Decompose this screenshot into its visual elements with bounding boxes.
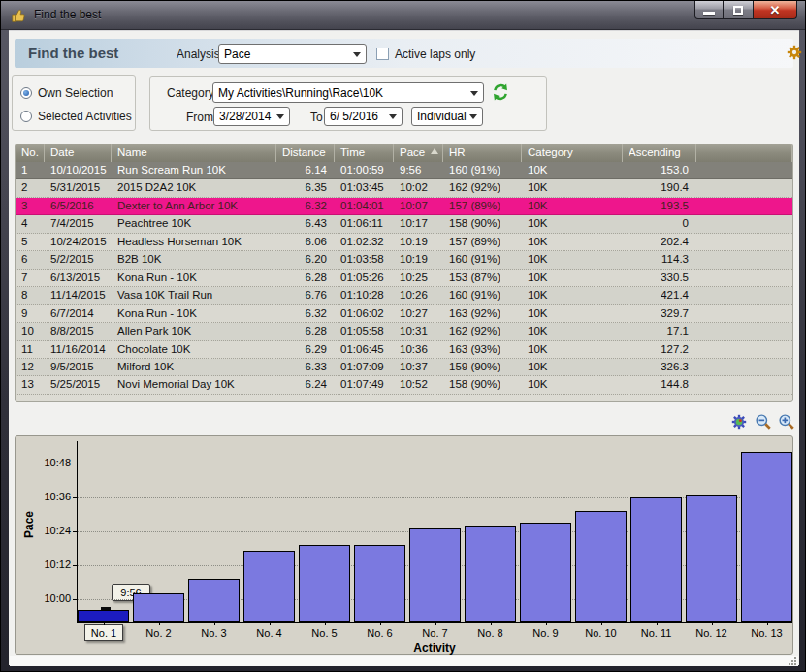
cell-hr: 162 (92%) xyxy=(443,323,522,339)
cell-pace: 10:19 xyxy=(394,251,443,268)
selected-activities-radio[interactable] xyxy=(20,111,32,122)
pace-bar[interactable] xyxy=(520,523,571,622)
y-tick-label: 10:48 xyxy=(30,457,71,468)
from-date-value: 3/28/2014 xyxy=(219,110,271,123)
cell-filler xyxy=(696,323,792,339)
column-header-category[interactable]: Category xyxy=(522,144,623,162)
cell-category: 10K xyxy=(522,234,623,250)
pace-bar[interactable] xyxy=(686,495,737,622)
column-header-no[interactable]: No. xyxy=(16,144,45,162)
x-tick-label: No. 6 xyxy=(352,627,407,639)
cell-name: Chocolate 10K xyxy=(112,341,276,358)
cell-ascending: 421.4 xyxy=(623,287,696,304)
table-row[interactable]: 25/31/20152015 D2A2 10K6.3501:03:4510:02… xyxy=(16,179,792,197)
cell-pace: 10:25 xyxy=(394,270,443,286)
cell-category: 10K xyxy=(522,179,623,196)
table-row[interactable]: 108/8/2015Allen Park 10K6.2801:05:5810:3… xyxy=(16,323,792,340)
analysis-select[interactable]: Pace xyxy=(218,44,367,64)
cell-filler xyxy=(696,305,792,322)
maximize-button[interactable] xyxy=(724,1,753,19)
x-tick-label: No. 10 xyxy=(573,627,629,639)
column-header-distance[interactable]: Distance xyxy=(276,144,335,162)
from-label: From xyxy=(186,111,213,124)
column-header-ascending[interactable]: Ascending xyxy=(623,144,696,162)
pace-bar[interactable] xyxy=(741,452,792,622)
settings-gear-icon[interactable] xyxy=(786,44,803,61)
cell-category: 10K xyxy=(522,287,623,304)
chevron-down-icon xyxy=(469,114,477,119)
titlebar[interactable]: Find the best ✕ xyxy=(1,1,806,30)
cell-name: Peachtree 10K xyxy=(112,215,276,232)
pace-bar[interactable] xyxy=(78,610,129,622)
app-window: Find the best ✕ Find the best Analysis P… xyxy=(0,0,806,672)
pace-bar[interactable] xyxy=(409,528,461,622)
column-header-hr[interactable]: HR xyxy=(443,144,522,162)
category-value: My Activities\Running\Race\10K xyxy=(218,86,383,100)
chevron-down-icon xyxy=(353,52,361,57)
pace-bar[interactable] xyxy=(299,545,350,622)
active-laps-checkbox[interactable] xyxy=(376,48,389,60)
cell-filler xyxy=(696,234,792,250)
close-button[interactable]: ✕ xyxy=(753,1,797,19)
table-row[interactable]: 96/7/2014Kona Run - 10K6.3201:06:0210:27… xyxy=(16,305,792,323)
cell-date: 5/31/2015 xyxy=(45,179,112,196)
maximize-icon xyxy=(733,6,743,15)
column-header-name[interactable]: Name xyxy=(112,144,276,162)
cell-pace: 10:27 xyxy=(394,305,443,322)
cell-hr: 157 (89%) xyxy=(443,234,522,250)
zoom-out-icon[interactable] xyxy=(755,413,772,431)
column-header-time[interactable]: Time xyxy=(335,144,394,162)
pace-bar[interactable] xyxy=(575,511,627,622)
category-select[interactable]: My Activities\Running\Race\10K xyxy=(212,82,484,103)
cell-time: 01:07:09 xyxy=(335,359,394,375)
cell-distance: 6.43 xyxy=(276,215,335,232)
x-tick-label: No. 9 xyxy=(518,627,573,639)
table-row[interactable]: 47/4/2015Peachtree 10K6.4301:06:1110:171… xyxy=(16,215,792,233)
to-date-select[interactable]: 6/ 5/2016 xyxy=(324,107,403,126)
table-row[interactable]: 135/25/2015Novi Memorial Day 10K6.2401:0… xyxy=(16,376,792,394)
cell-filler xyxy=(696,162,792,178)
pace-bar[interactable] xyxy=(630,497,682,622)
table-row[interactable]: 129/5/2015Milford 10K6.3301:07:0910:3715… xyxy=(16,359,792,376)
own-selection-radio[interactable] xyxy=(20,87,32,99)
pace-bar[interactable] xyxy=(243,551,295,622)
cell-category: 10K xyxy=(522,305,623,322)
cell-ascending: 144.8 xyxy=(623,376,696,393)
x-axis-line xyxy=(77,622,792,623)
cell-hr: 158 (90%) xyxy=(443,215,522,232)
chart-settings-icon[interactable] xyxy=(730,413,748,431)
table-row[interactable]: 76/13/2015Kona Run - 10K6.2801:05:2610:2… xyxy=(16,270,792,287)
zoom-in-icon[interactable] xyxy=(778,413,795,431)
resize-grip[interactable] xyxy=(788,656,797,666)
column-header-pace[interactable]: Pace xyxy=(394,144,443,162)
from-date-select[interactable]: 3/28/2014 xyxy=(213,107,290,126)
table-row[interactable]: 811/14/2015Vasa 10K Trail Run6.7601:10:2… xyxy=(16,287,792,304)
cell-no: 13 xyxy=(16,376,45,393)
column-header-date[interactable]: Date xyxy=(45,144,112,162)
table-row[interactable]: 36/5/2016Dexter to Ann Arbor 10K6.3201:0… xyxy=(16,198,792,215)
cell-category: 10K xyxy=(522,162,623,178)
pace-bar-chart: Pace Activity 9:56 No. 1 10:0010:1210:24… xyxy=(16,436,792,654)
table-body: 110/10/2015Run Scream Run 10K6.1401:00:5… xyxy=(16,162,792,395)
category-label: Category xyxy=(167,86,214,100)
table-row[interactable]: 1111/16/2014Chocolate 10K6.2901:06:4510:… xyxy=(16,341,792,359)
cell-filler xyxy=(696,179,792,196)
x-tick-label: No. 12 xyxy=(684,627,739,639)
cell-time: 01:06:45 xyxy=(335,341,394,358)
cell-pace: 10:52 xyxy=(394,376,443,393)
pace-bar[interactable] xyxy=(188,579,240,622)
close-icon: ✕ xyxy=(770,2,781,18)
cell-time: 01:00:59 xyxy=(335,162,394,178)
minimize-button[interactable] xyxy=(694,1,724,19)
analysis-label: Analysis xyxy=(177,48,220,61)
cell-no: 2 xyxy=(16,179,45,196)
table-row[interactable]: 65/2/2015B2B 10K6.2001:03:5810:19160 (91… xyxy=(16,251,792,269)
table-row[interactable]: 110/10/2015Run Scream Run 10K6.1401:00:5… xyxy=(16,162,792,179)
pace-bar[interactable] xyxy=(133,593,184,622)
cell-distance: 6.32 xyxy=(276,305,335,322)
table-row[interactable]: 510/24/2015Headless Horseman 10K6.0601:0… xyxy=(16,234,792,251)
pace-bar[interactable] xyxy=(354,545,405,622)
grouping-select[interactable]: Individual xyxy=(411,107,483,126)
refresh-icon[interactable] xyxy=(491,82,510,102)
pace-bar[interactable] xyxy=(465,526,516,622)
